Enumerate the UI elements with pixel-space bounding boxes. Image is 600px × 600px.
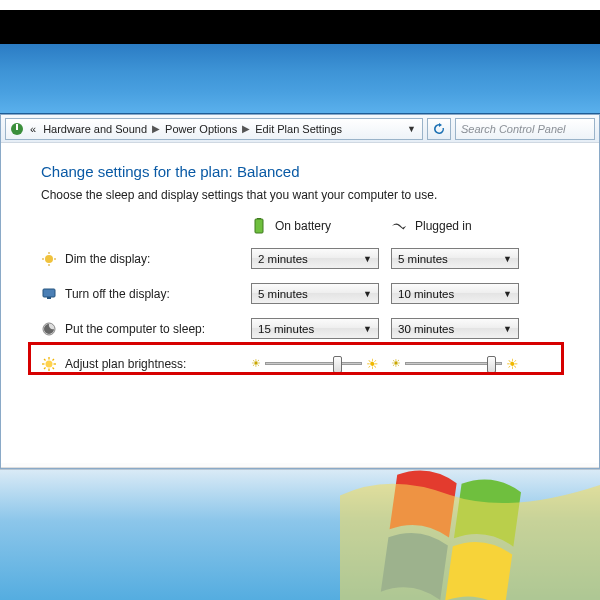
windows-logo	[340, 469, 600, 600]
dim-plugged-dropdown[interactable]: 5 minutes ▼	[391, 248, 519, 269]
svg-rect-2	[255, 219, 263, 233]
dim-icon	[41, 251, 57, 267]
svg-line-19	[44, 367, 46, 369]
svg-rect-9	[43, 289, 55, 297]
dropdown-value: 15 minutes	[258, 323, 314, 335]
control-panel-window: « Hardware and Sound ▶ Power Options ▶ E…	[0, 114, 600, 469]
svg-line-17	[44, 359, 46, 361]
chevron-down-icon: ▼	[363, 254, 372, 264]
chevron-right-icon: ▶	[242, 123, 250, 134]
breadcrumb-segment[interactable]: Edit Plan Settings	[253, 123, 344, 135]
column-header-battery: On battery	[251, 218, 391, 234]
chevron-down-icon: ▼	[363, 289, 372, 299]
breadcrumb-path[interactable]: « Hardware and Sound ▶ Power Options ▶ E…	[5, 118, 423, 140]
row-label: Put the computer to sleep:	[65, 322, 205, 336]
row-dim-display: Dim the display:	[41, 251, 251, 267]
sleep-icon	[41, 321, 57, 337]
slider-track[interactable]	[265, 362, 362, 365]
dim-battery-dropdown[interactable]: 2 minutes ▼	[251, 248, 379, 269]
power-options-icon	[9, 121, 25, 137]
display-off-icon	[41, 286, 57, 302]
svg-rect-10	[47, 297, 51, 299]
search-placeholder: Search Control Panel	[461, 123, 566, 135]
page-title: Change settings for the plan: Balanced	[41, 163, 571, 180]
svg-line-18	[53, 367, 55, 369]
plug-icon	[391, 218, 407, 234]
sun-low-icon: ☀	[251, 357, 261, 370]
svg-point-12	[46, 360, 53, 367]
battery-icon	[251, 218, 267, 234]
breadcrumb-segment[interactable]: Power Options	[163, 123, 239, 135]
sleep-plugged-dropdown[interactable]: 30 minutes ▼	[391, 318, 519, 339]
sun-high-icon: ☀	[506, 356, 519, 372]
chevron-down-icon: ▼	[363, 324, 372, 334]
column-header-plugged: Plugged in	[391, 218, 531, 234]
row-label: Turn off the display:	[65, 287, 170, 301]
row-turn-off-display: Turn off the display:	[41, 286, 251, 302]
breadcrumb-dropdown[interactable]: ▼	[404, 124, 419, 134]
chevron-down-icon: ▼	[503, 289, 512, 299]
page-subtitle: Choose the sleep and display settings th…	[41, 188, 571, 202]
aero-title-area	[0, 44, 600, 114]
off-plugged-dropdown[interactable]: 10 minutes ▼	[391, 283, 519, 304]
sleep-battery-dropdown[interactable]: 15 minutes ▼	[251, 318, 379, 339]
chevron-down-icon: ▼	[503, 254, 512, 264]
search-input[interactable]: Search Control Panel	[455, 118, 595, 140]
desktop-wallpaper	[0, 469, 600, 600]
brightness-icon	[41, 356, 57, 372]
dropdown-value: 5 minutes	[398, 253, 448, 265]
address-bar: « Hardware and Sound ▶ Power Options ▶ E…	[1, 115, 599, 143]
window-top-black-bar	[0, 10, 600, 44]
sun-low-icon: ☀	[391, 357, 401, 370]
row-label: Dim the display:	[65, 252, 150, 266]
plan-settings-content: Change settings for the plan: Balanced C…	[1, 143, 599, 463]
column-label: Plugged in	[415, 219, 472, 233]
svg-rect-1	[16, 124, 18, 130]
row-brightness: Adjust plan brightness:	[41, 356, 251, 372]
row-sleep: Put the computer to sleep:	[41, 321, 251, 337]
slider-thumb[interactable]	[333, 356, 342, 373]
dropdown-value: 2 minutes	[258, 253, 308, 265]
settings-grid: On battery Plugged in Dim the display: 2…	[41, 218, 571, 374]
dropdown-value: 30 minutes	[398, 323, 454, 335]
breadcrumb-segment[interactable]: Hardware and Sound	[41, 123, 149, 135]
off-battery-dropdown[interactable]: 5 minutes ▼	[251, 283, 379, 304]
dropdown-value: 10 minutes	[398, 288, 454, 300]
chevron-right-icon: ▶	[152, 123, 160, 134]
chevron-down-icon: ▼	[503, 324, 512, 334]
brightness-plugged-slider[interactable]: ☀ ☀	[391, 353, 519, 374]
brightness-battery-slider[interactable]: ☀ ☀	[251, 353, 379, 374]
row-label: Adjust plan brightness:	[65, 357, 186, 371]
refresh-button[interactable]	[427, 118, 451, 140]
dropdown-value: 5 minutes	[258, 288, 308, 300]
slider-track[interactable]	[405, 362, 502, 365]
svg-line-20	[53, 359, 55, 361]
svg-point-4	[45, 255, 53, 263]
breadcrumb-back[interactable]: «	[28, 123, 38, 135]
content-divider	[1, 467, 599, 468]
slider-thumb[interactable]	[487, 356, 496, 373]
svg-rect-3	[257, 218, 261, 219]
column-label: On battery	[275, 219, 331, 233]
sun-high-icon: ☀	[366, 356, 379, 372]
